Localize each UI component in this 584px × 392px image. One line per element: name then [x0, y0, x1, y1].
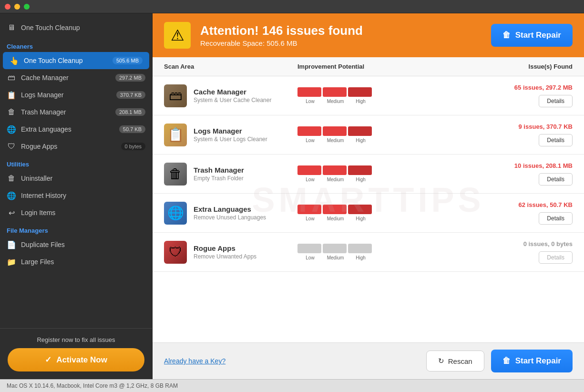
cache-manager-scan-icon: 🗃 — [164, 84, 187, 107]
issues-found-rogue: 0 issues, 0 bytes Details — [468, 240, 573, 264]
progress-labels-rogue: Low Medium High — [297, 255, 468, 260]
header-improvement: Improvement Potential — [297, 63, 468, 70]
issues-count-trash: 10 issues, 208.1 MB — [514, 162, 573, 169]
file-managers-section-label: File Managers — [0, 221, 152, 236]
repair-icon-top: 🗑 — [502, 31, 511, 40]
rescan-icon: ↻ — [438, 357, 444, 365]
globe-icon: 🌐 — [7, 124, 16, 134]
start-repair-button-top[interactable]: 🗑 Start Repair — [491, 24, 573, 47]
progress-logs: Low Medium High — [297, 126, 468, 143]
sidebar-label-logs: Logs Manager — [21, 91, 64, 99]
sidebar-label-trash: Trash Manager — [21, 108, 66, 116]
details-button-rogue[interactable]: Details — [539, 251, 573, 264]
titlebar — [0, 0, 584, 13]
progress-bars-cache — [297, 87, 468, 97]
label-high: High — [348, 99, 373, 104]
sidebar: 🖥 One Touch Cleanup Cleaners 👆 One Touch… — [0, 13, 153, 379]
details-button-cache[interactable]: Details — [539, 95, 573, 107]
duplicate-icon: 📄 — [7, 240, 16, 249]
alert-banner: ⚠ Attention! 146 issues found Recoverabl… — [153, 13, 584, 57]
activate-label: Activate Now — [56, 355, 107, 365]
scan-name-trash: Trash Manager — [194, 166, 244, 174]
label-medium: Medium — [323, 216, 348, 221]
repair-label-bottom: Start Repair — [515, 356, 561, 366]
sidebar-item-large[interactable]: 📁 Large Files — [0, 253, 152, 270]
details-button-lang[interactable]: Details — [539, 212, 573, 225]
bar-seg-2 — [323, 205, 347, 214]
issues-count-rogue: 0 issues, 0 bytes — [523, 240, 573, 248]
close-button[interactable] — [5, 4, 10, 10]
checkmark-icon: ✓ — [45, 355, 51, 365]
activate-now-button[interactable]: ✓ Activate Now — [8, 348, 144, 371]
rescan-button[interactable]: ↻ Rescan — [426, 351, 484, 371]
scan-row-left-cache: 🗃 Cache Manager System & User Cache Clea… — [164, 84, 297, 107]
bar-seg-3 — [348, 205, 372, 214]
warning-symbol: ⚠ — [171, 26, 184, 44]
bar-seg-3 — [348, 126, 372, 136]
header-issues: Issue(s) Found — [468, 63, 573, 70]
bar-seg-2 — [323, 165, 347, 175]
sidebar-item-languages[interactable]: 🌐 Extra Languages 50.7 KB — [0, 121, 152, 138]
label-low: Low — [297, 138, 323, 143]
sidebar-item-logs[interactable]: 📋 Logs Manager 370.7 KB — [0, 86, 152, 103]
sidebar-item-login-items[interactable]: ↩ Login Items — [0, 204, 152, 221]
sidebar-label-uninstaller: Uninstaller — [21, 175, 52, 182]
progress-labels-trash: Low Medium High — [297, 177, 468, 182]
sidebar-badge-trash: 208.1 MB — [115, 108, 145, 116]
bar-seg-3 — [348, 165, 372, 175]
sidebar-item-rogue[interactable]: 🛡 Rogue Apps 0 bytes — [0, 138, 152, 155]
label-high: High — [348, 177, 373, 182]
content-area: ⚠ Attention! 146 issues found Recoverabl… — [153, 13, 584, 379]
repair-label-top: Start Repair — [515, 31, 561, 40]
scan-area: SMARTTIPS Scan Area Improvement Potentia… — [153, 57, 584, 342]
sidebar-badge-cache: 297.2 MB — [115, 74, 145, 82]
uninstaller-icon: 🗑 — [7, 174, 16, 183]
header-scan-area: Scan Area — [164, 63, 297, 70]
trash-manager-icon: 🗑 — [7, 107, 16, 117]
bottom-bar-right: ↻ Rescan 🗑 Start Repair — [426, 350, 573, 372]
minimize-button[interactable] — [14, 4, 20, 10]
progress-bars-logs — [297, 126, 468, 136]
logs-manager-scan-icon: 📋 — [164, 124, 187, 146]
cache-manager-icon: 🗃 — [7, 73, 16, 83]
warning-icon: ⚠ — [164, 22, 191, 49]
sidebar-label-login-items: Login Items — [21, 209, 55, 217]
large-files-icon: 📁 — [7, 257, 16, 267]
details-button-trash[interactable]: Details — [539, 173, 573, 186]
bar-seg-3 — [348, 244, 372, 253]
start-repair-button-bottom[interactable]: 🗑 Start Repair — [491, 350, 573, 372]
sidebar-item-cache[interactable]: 🗃 Cache Manager 297.2 MB — [0, 69, 152, 86]
maximize-button[interactable] — [24, 4, 30, 10]
sidebar-badge-one-touch: 505.6 MB — [113, 57, 143, 64]
app-window: 🖥 One Touch Cleanup Cleaners 👆 One Touch… — [0, 0, 584, 392]
progress-bars-lang — [297, 205, 468, 214]
bottom-bar: Already have a Key? ↻ Rescan 🗑 Start Rep… — [153, 342, 584, 379]
repair-icon-bottom: 🗑 — [502, 356, 511, 366]
bar-seg-2 — [323, 126, 347, 136]
scan-desc-lang: Remove Unused Languages — [194, 214, 266, 221]
label-high: High — [348, 138, 373, 143]
sidebar-item-one-touch[interactable]: 👆 One Touch Cleanup 505.6 MB — [3, 52, 149, 69]
bar-seg-2 — [323, 87, 347, 97]
register-text: Register now to fix all issues — [8, 336, 144, 343]
bar-seg-1 — [297, 205, 321, 214]
sidebar-item-status[interactable]: 🖥 One Touch Cleanup — [0, 18, 152, 37]
sidebar-badge-rogue: 0 bytes — [121, 143, 145, 150]
table-row: 🌐 Extra Languages Remove Unused Language… — [153, 194, 584, 233]
sidebar-item-duplicate[interactable]: 📄 Duplicate Files — [0, 236, 152, 253]
sidebar-bottom: Register now to fix all issues ✓ Activat… — [0, 328, 152, 379]
progress-cache: Low Medium High — [297, 87, 468, 104]
sidebar-status-label: One Touch Cleanup — [21, 24, 80, 31]
progress-labels-logs: Low Medium High — [297, 138, 468, 143]
sidebar-item-uninstaller[interactable]: 🗑 Uninstaller — [0, 170, 152, 187]
scan-name-lang: Extra Languages — [194, 205, 266, 213]
sidebar-item-trash[interactable]: 🗑 Trash Manager 208.1 MB — [0, 103, 152, 121]
label-medium: Medium — [323, 255, 348, 260]
progress-labels-cache: Low Medium High — [297, 99, 468, 104]
bar-seg-1 — [297, 87, 321, 97]
scan-desc-logs: System & User Logs Cleaner — [194, 136, 267, 143]
sidebar-item-internet-history[interactable]: 🌐 Internet History — [0, 187, 152, 204]
already-key-link[interactable]: Already have a Key? — [164, 357, 225, 365]
details-button-logs[interactable]: Details — [539, 134, 573, 146]
trash-manager-scan-icon: 🗑 — [164, 163, 187, 186]
